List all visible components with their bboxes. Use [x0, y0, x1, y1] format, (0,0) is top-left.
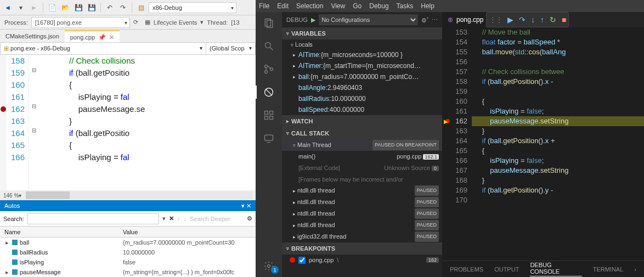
search-up-icon[interactable]: ↑ — [177, 216, 180, 222]
stop-icon[interactable]: ■ — [562, 15, 566, 24]
debug-more-icon[interactable]: ⋯ — [432, 16, 438, 24]
debug-sidebar: DEBUG ▶ No Configurations ⚙• ⋯ ▿VARIABLE… — [282, 12, 442, 277]
variable-row[interactable]: ballSpeed: 400.000000 — [282, 104, 442, 115]
cs-thread[interactable]: ▸ ntdll.dll threadPAUSED — [282, 208, 442, 219]
autos-row[interactable]: ▸pauseMessage{m_string={m_string={...} }… — [0, 267, 256, 277]
save-all-icon[interactable]: 💾 — [86, 2, 97, 13]
cs-thread[interactable]: ▸ ntdll.dll threadPAUSED — [282, 196, 442, 208]
config-combo[interactable]: x86-Debug — [149, 2, 236, 13]
zoom-value[interactable]: 146 % — [3, 193, 19, 199]
cs-external-code[interactable]: [External Code] Unknown Source 0 — [282, 162, 442, 174]
step-out-icon[interactable]: ↑ — [540, 15, 544, 24]
pin-icon[interactable]: 📌 — [98, 34, 106, 41]
svg-point-15 — [268, 265, 270, 268]
lifecycle-icon[interactable]: ▦ — [145, 19, 150, 26]
cs-main-thread[interactable]: ▿ Main Thread PAUSED ON BREAKPOINT — [282, 139, 442, 151]
tab-pongcpp[interactable]: pong.cpp📌✕ — [65, 30, 120, 42]
debug-toolbar[interactable]: ⋮⋮ ▶ ↷ ↓ ↑ ↻ ■ — [486, 12, 569, 27]
editor-tab-pongcpp[interactable]: ⊕pong.cpp — [442, 12, 489, 27]
menu-help[interactable]: Help — [421, 2, 434, 10]
close-icon[interactable]: ✕ — [109, 34, 114, 41]
breakpoint-checkbox[interactable] — [298, 257, 306, 264]
tab-cmakesettings[interactable]: CMakeSettings.json — [0, 30, 65, 42]
svg-point-2 — [265, 42, 270, 48]
code-editor[interactable]: ▶ 15315415515615715815916016116216316416… — [442, 27, 644, 261]
cs-frame-main[interactable]: main() pong.cpp 162:1 — [282, 151, 442, 162]
continue-icon[interactable]: ▶ — [507, 15, 513, 24]
col-value[interactable]: Value — [121, 227, 256, 237]
panel-tab-output[interactable]: OUTPUT — [494, 266, 519, 273]
breakpoints-section[interactable]: ▿BREAKPOINTS — [282, 242, 442, 255]
remote-icon[interactable] — [262, 132, 275, 145]
variable-row[interactable]: ▸AITimer: {m_startTime={m_microsecond… — [282, 60, 442, 71]
svg-point-4 — [265, 65, 268, 68]
debug-icon[interactable] — [262, 86, 275, 99]
menu-view[interactable]: View — [331, 2, 345, 10]
save-icon[interactable]: 💾 — [73, 2, 84, 13]
variables-section[interactable]: ▿VARIABLES — [282, 27, 442, 39]
variable-row[interactable]: ballRadius: 10.0000000 — [282, 93, 442, 104]
extensions-icon[interactable] — [262, 109, 275, 122]
gear-icon[interactable]: ⚙ — [247, 215, 252, 222]
breakpoint-item[interactable]: pong.cpp \ 162 — [282, 255, 442, 265]
refresh-icon[interactable]: ⟳ — [133, 19, 138, 26]
search-icon[interactable] — [262, 39, 275, 53]
menu-debug[interactable]: Debug — [369, 2, 388, 10]
menu-tasks[interactable]: Tasks — [397, 2, 414, 10]
scope-project-combo[interactable]: ⊞ pong.exe - x86-Debug — [0, 43, 206, 55]
panel-tab-problems[interactable]: PROBLEMS — [450, 266, 483, 273]
new-file-icon[interactable]: 📄 — [47, 2, 58, 13]
menu-file[interactable]: File — [259, 2, 269, 10]
svg-rect-12 — [270, 116, 273, 120]
search-down-icon[interactable]: ↓ — [183, 216, 187, 222]
debug-gear-icon[interactable]: ⚙• — [421, 15, 428, 24]
visual-studio-pane: ◄ ▾ ► 📄 📂 💾 💾 ↶ ↷ ▤ x86-Debug Process: [… — [0, 0, 256, 277]
editor-group: ⊕pong.cpp ⋮⋮ ▶ ↷ ↓ ↑ ↻ ■ ▶ 1531541551561… — [442, 12, 644, 277]
panel-chevron-icon[interactable]: › — [634, 266, 636, 273]
menu-selection[interactable]: Selection — [296, 2, 323, 10]
panel-tab-terminal[interactable]: TERMINAL — [593, 266, 624, 273]
autos-row[interactable]: ▸ball{m_radius=7.00000000 m_pointCount=3… — [0, 238, 256, 247]
activity-bar: 1 — [256, 12, 282, 277]
open-file-icon[interactable]: 📂 — [60, 2, 71, 13]
redo-icon[interactable]: ↷ — [117, 2, 128, 13]
nav-back-button[interactable]: ◄ — [2, 2, 13, 13]
watch-section[interactable]: ▸WATCH — [282, 115, 442, 127]
step-into-icon[interactable]: ↓ — [531, 15, 535, 24]
autos-panel-header[interactable]: Autos ▾ ✕ — [0, 200, 256, 211]
hscrollbar[interactable] — [26, 191, 252, 199]
cs-thread[interactable]: ▸ ntdll.dll threadPAUSED — [282, 219, 442, 231]
undo-icon[interactable]: ↶ — [104, 2, 115, 13]
nav-back-drop[interactable]: ▾ — [15, 2, 26, 13]
autos-row[interactable]: ballRadius10.0000000 — [0, 247, 256, 257]
menu-edit[interactable]: Edit — [277, 2, 289, 10]
callstack-section[interactable]: ▿CALL STACK — [282, 127, 442, 139]
search-input[interactable] — [27, 213, 159, 224]
panel-tab-debug-console[interactable]: DEBUG CONSOLE — [530, 262, 581, 276]
scope-global-combo[interactable]: (Global Scop — [206, 43, 256, 55]
vs-code-editor[interactable]: 158159160161162163164165166 ⊟⊟⊟ // Check… — [0, 55, 256, 190]
panel-menu-icon[interactable]: ▾ ✕ — [241, 200, 251, 211]
scm-icon[interactable] — [262, 63, 275, 76]
col-name[interactable]: Name — [0, 227, 121, 237]
autos-row[interactable]: isPlayingfalse — [0, 257, 256, 267]
variable-row[interactable]: ▸ball: {m_radius=7.00000000 m_pointCo… — [282, 71, 442, 82]
clear-icon[interactable]: ✕ — [169, 215, 174, 222]
search-deeper-label[interactable]: Search Deeper — [190, 216, 230, 222]
cs-thread[interactable]: ▸ ig9icd32.dll threadPAUSED — [282, 231, 442, 242]
cs-thread[interactable]: ▸ ntdll.dll threadPAUSED — [282, 185, 442, 196]
lifecycle-label: Lifecycle Events — [154, 19, 197, 26]
locals-header[interactable]: ▿ Locals — [282, 39, 442, 49]
process-combo[interactable]: [16780] pong.exe — [31, 17, 130, 28]
menu-go[interactable]: Go — [353, 2, 361, 10]
step-over-icon[interactable]: ↷ — [519, 15, 526, 24]
build-icon[interactable]: ▤ — [135, 2, 146, 13]
variable-row[interactable]: ▸AITime: {m_microseconds=100000 } — [282, 49, 442, 60]
explorer-icon[interactable] — [262, 16, 275, 30]
restart-icon[interactable]: ↻ — [550, 15, 556, 24]
variable-row[interactable]: ballAngle: 2.94960403 — [282, 82, 442, 93]
debug-config-select[interactable]: No Configurations — [319, 14, 418, 25]
autos-grid-header: Name Value — [0, 227, 256, 238]
start-debug-icon[interactable]: ▶ — [311, 16, 315, 24]
drag-grip-icon[interactable]: ⋮⋮ — [489, 15, 502, 24]
